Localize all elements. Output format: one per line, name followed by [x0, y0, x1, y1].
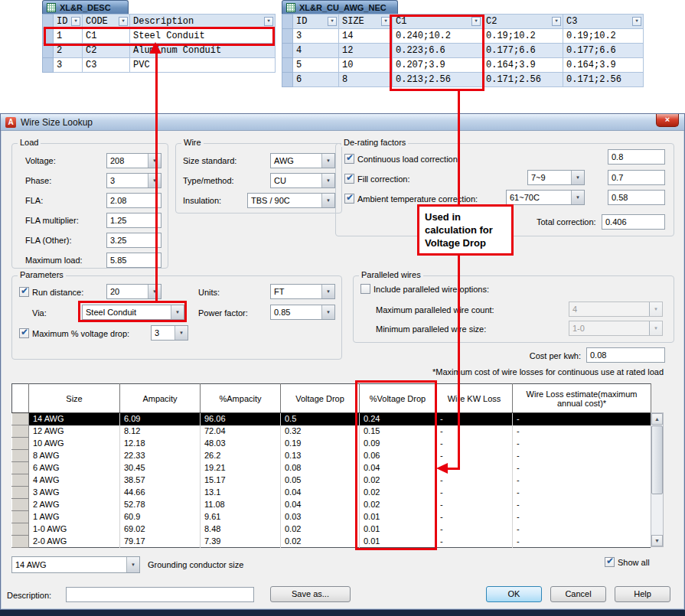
scrollbar-thumb[interactable]	[651, 425, 663, 494]
row-selector[interactable]	[12, 413, 29, 425]
ambient-range-select[interactable]: 61~70C▼	[506, 190, 585, 205]
cancel-button[interactable]: Cancel	[550, 586, 606, 602]
description-input[interactable]	[66, 587, 254, 602]
cost-per-kwh-input[interactable]: 0.08	[586, 347, 665, 363]
table-row[interactable]: 3C3PVC	[43, 58, 276, 73]
grounding-conductor-label: Grounding conductor size	[148, 560, 243, 569]
description-label: Description:	[7, 591, 51, 600]
ok-button[interactable]: OK	[486, 586, 542, 602]
via-label: Via:	[32, 308, 47, 318]
row-selector[interactable]	[12, 487, 29, 499]
fla-multiplier-input[interactable]: 1.25	[106, 213, 161, 228]
results-body: 14 AWG6.0996.060.50.24--12 AWG8.1272.040…	[12, 413, 651, 548]
row-selector[interactable]	[43, 58, 54, 73]
phase-select[interactable]: 3▼	[106, 173, 161, 188]
filter-dropdown-icon[interactable]: ▼	[264, 17, 273, 26]
dropdown-icon[interactable]: ▼	[148, 154, 161, 168]
fill-correction-checkbox[interactable]	[344, 174, 354, 184]
table-cell: C3	[83, 58, 130, 73]
row-selector[interactable]	[12, 425, 29, 438]
filter-dropdown-icon[interactable]: ▼	[632, 17, 641, 26]
maximum-load-input[interactable]: 5.85	[106, 253, 161, 268]
row-selector[interactable]	[12, 462, 29, 474]
row-selector[interactable]	[12, 536, 29, 548]
row-selector[interactable]	[282, 58, 293, 73]
show-all-checkbox[interactable]	[605, 557, 615, 567]
table-row[interactable]: 1-0 AWG69.028.480.020.01--	[12, 523, 651, 536]
dropdown-icon[interactable]: ▼	[571, 171, 584, 184]
row-selector[interactable]	[282, 44, 293, 58]
dropdown-icon[interactable]: ▼	[321, 285, 334, 298]
grounding-conductor-select[interactable]: 14 AWG▼	[11, 556, 140, 573]
dropdown-icon[interactable]: ▼	[148, 174, 161, 187]
filter-dropdown-icon[interactable]: ▼	[328, 17, 337, 26]
table-row[interactable]: 2-0 AWG79.177.390.020.01--	[12, 536, 651, 548]
continuous-load-checkbox[interactable]	[344, 154, 354, 164]
dropdown-icon[interactable]: ▼	[321, 174, 334, 187]
row-selector[interactable]	[282, 73, 293, 87]
column-header-size[interactable]: SIZE▼	[339, 15, 393, 29]
fla-other-label: FLA (Other):	[25, 236, 72, 245]
max-voltage-drop-checkbox[interactable]	[19, 328, 29, 338]
fla-input[interactable]: 2.08	[106, 193, 161, 208]
table-cell: PVC	[130, 58, 276, 73]
column-header-c3[interactable]: C3▼	[563, 15, 644, 29]
dropdown-icon[interactable]: ▼	[321, 154, 334, 168]
run-distance-select[interactable]: 20▼	[106, 284, 161, 299]
fla-other-input[interactable]: 3.25	[106, 233, 161, 248]
filter-dropdown-icon[interactable]: ▼	[71, 17, 80, 26]
max-voltage-drop-select[interactable]: 3▼	[151, 325, 188, 341]
run-distance-checkbox[interactable]	[19, 287, 29, 297]
total-correction-input[interactable]: 0.406	[602, 214, 665, 230]
dropdown-icon[interactable]: ▼	[126, 557, 139, 572]
type-method-select[interactable]: CU▼	[270, 173, 335, 188]
continuous-load-input[interactable]: 0.8	[608, 149, 665, 165]
units-select[interactable]: FT▼	[270, 284, 335, 299]
ambient-temp-checkbox[interactable]	[344, 194, 354, 204]
column-header-c2[interactable]: C2▼	[483, 15, 563, 29]
filter-dropdown-icon[interactable]: ▼	[552, 17, 561, 26]
excel-awg-titlebar[interactable]: XL&R_CU_AWG_NEC	[282, 0, 398, 14]
excel-desc-titlebar[interactable]: XL&R_DESC	[42, 0, 129, 14]
table-row[interactable]: 14 AWG6.0996.060.50.24--	[12, 413, 651, 425]
table-row[interactable]: 3 AWG44.6613.10.040.02--	[12, 487, 651, 499]
fill-correction-input[interactable]: 0.7	[608, 170, 665, 185]
save-as-button[interactable]: Save as...	[270, 586, 351, 602]
close-button[interactable]: ×	[656, 114, 679, 127]
insulation-select[interactable]: TBS / 90C▼	[247, 193, 335, 208]
table-row[interactable]: 4 AWG38.5715.170.050.02--	[12, 474, 651, 487]
filter-dropdown-icon[interactable]: ▼	[119, 17, 128, 26]
include-paralleled-checkbox[interactable]	[360, 284, 370, 294]
dropdown-icon[interactable]: ▼	[571, 191, 584, 204]
help-button[interactable]: Help	[615, 586, 670, 602]
row-selector[interactable]	[12, 523, 29, 536]
row-selector[interactable]	[12, 511, 29, 523]
row-selector[interactable]	[12, 474, 29, 487]
fill-range-select[interactable]: 7~9▼	[527, 170, 585, 185]
results-scrollbar[interactable]: ▲ ▼	[651, 412, 664, 547]
scroll-up-icon[interactable]: ▲	[651, 413, 663, 425]
row-selector[interactable]	[12, 438, 29, 450]
size-standard-select[interactable]: AWG▼	[270, 153, 335, 168]
table-row[interactable]: 12 AWG8.1272.040.320.15--	[12, 425, 651, 438]
scroll-down-icon[interactable]: ▼	[651, 535, 663, 546]
table-row[interactable]: 6 AWG30.4519.210.080.04--	[12, 462, 651, 474]
row-selector[interactable]	[12, 450, 29, 462]
dropdown-icon[interactable]: ▼	[321, 194, 334, 207]
row-selector[interactable]	[282, 29, 293, 44]
table-row[interactable]: 2 AWG52.7811.080.040.02--	[12, 499, 651, 511]
column-header-id[interactable]: ID▼	[293, 15, 339, 29]
row-selector[interactable]	[12, 499, 29, 511]
ambient-temp-input[interactable]: 0.58	[608, 190, 665, 205]
table-row[interactable]: 10 AWG12.1848.030.190.09--	[12, 438, 651, 450]
results-table[interactable]: Size Ampacity %Ampacity Voltage Drop %Vo…	[11, 383, 651, 548]
dropdown-icon[interactable]: ▼	[175, 326, 188, 340]
power-factor-select[interactable]: 0.85▼	[270, 305, 335, 320]
table-row[interactable]: 8 AWG22.3326.20.130.06--	[12, 450, 651, 462]
dialog-titlebar[interactable]: A Wire Size Lookup	[1, 114, 684, 131]
voltage-select[interactable]: 208▼	[106, 153, 161, 168]
table-cell: 69.02	[120, 523, 201, 536]
dropdown-icon[interactable]: ▼	[148, 285, 161, 298]
table-row[interactable]: 1 AWG60.99.610.030.01--	[12, 511, 651, 523]
dropdown-icon[interactable]: ▼	[321, 305, 334, 319]
